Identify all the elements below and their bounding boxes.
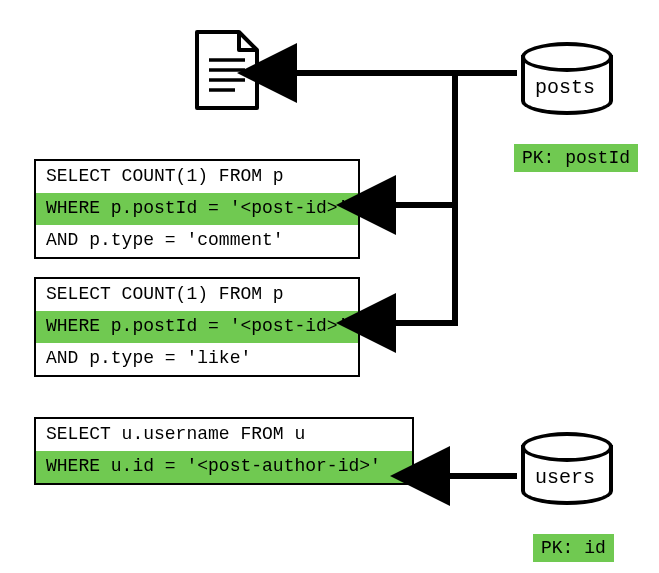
database-posts: posts [521,42,609,112]
database-users-label: users [521,466,609,489]
database-users: users [521,432,609,502]
database-posts-label: posts [521,76,609,99]
diagram-canvas: posts PK: postId users PK: id SELECT COU… [0,0,659,573]
